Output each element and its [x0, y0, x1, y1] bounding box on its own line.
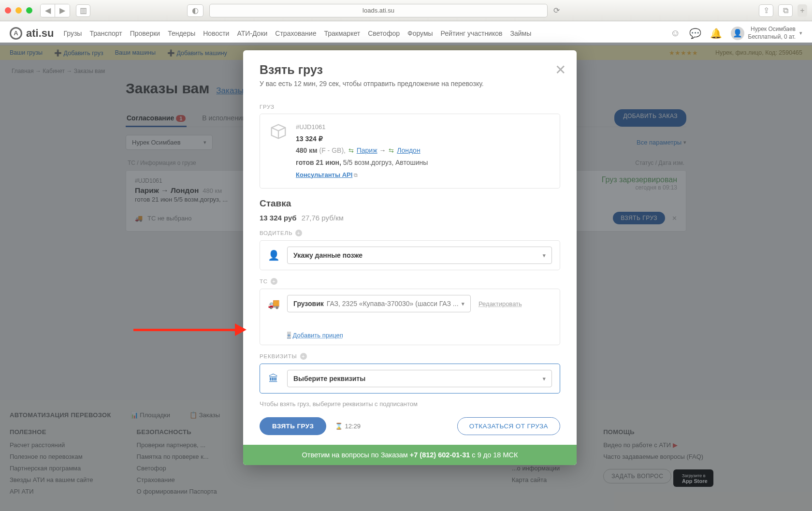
- nav-item[interactable]: Тракмаркет: [324, 29, 360, 37]
- annotation-arrow: [133, 323, 246, 336]
- avatar-icon: 👤: [731, 27, 744, 40]
- minimize-window-icon[interactable]: [15, 7, 22, 14]
- new-tab-icon[interactable]: +: [798, 4, 807, 17]
- ts-row: 🚚 ГрузовикГАЗ, 2325 «Купава-370030» (шас…: [260, 289, 560, 345]
- driver-row: 👤 Укажу данные позже▾: [260, 240, 560, 270]
- browser-toolbar: ◀ ▶ ▥ ◐ loads.ati.su ⟳ ⇪ ⧉ +: [0, 0, 812, 21]
- requisites-row: 🏛 Выберите реквизиты▾: [260, 364, 560, 394]
- nav-item[interactable]: Тендеры: [168, 29, 195, 37]
- cargo-price: 13 324 ₽: [296, 133, 428, 145]
- nav-item[interactable]: Грузы: [63, 29, 82, 37]
- rate-heading: Ставка: [260, 198, 560, 209]
- chat-icon[interactable]: 💬: [689, 28, 701, 39]
- rate-value: 13 324 руб27,76 руб/км: [260, 214, 560, 222]
- logo-icon: A: [10, 27, 22, 40]
- close-icon[interactable]: ✕: [555, 62, 566, 78]
- nav-item[interactable]: Новости: [203, 29, 229, 37]
- user-menu[interactable]: 👤 Нурек Осимбаев Бесплатный, 0 ат. ▾: [731, 26, 803, 41]
- address-bar[interactable]: loads.ati.su: [209, 4, 548, 17]
- top-nav: Грузы Транспорт Проверки Тендеры Новости…: [63, 29, 531, 37]
- requisites-select[interactable]: Выберите реквизиты▾: [287, 370, 552, 387]
- driver-select[interactable]: Укажу данные позже▾: [287, 247, 552, 264]
- take-cargo-modal: Взять груз У вас есть 12 мин, 29 сек, чт…: [243, 50, 577, 465]
- swap-icon: ⇆: [389, 147, 394, 154]
- bank-icon: 🏛: [268, 373, 279, 384]
- add-requisites-icon[interactable]: +: [300, 353, 307, 360]
- logo[interactable]: A ati.su: [10, 27, 54, 40]
- nav-item[interactable]: Форумы: [407, 29, 433, 37]
- cargo-ready-rest: 5/5 возм.догруз, Автошины: [343, 159, 428, 166]
- add-ts-icon[interactable]: +: [271, 278, 277, 285]
- person-icon: 👤: [268, 249, 279, 261]
- refresh-icon[interactable]: ⟳: [553, 6, 560, 15]
- take-cargo-button[interactable]: ВЗЯТЬ ГРУЗ: [260, 417, 326, 435]
- cargo-distance: 480 км: [296, 146, 318, 154]
- profile-icon[interactable]: ☺: [670, 28, 680, 39]
- maximize-window-icon[interactable]: [26, 7, 32, 14]
- site-header: A ati.su Грузы Транспорт Проверки Тендер…: [0, 21, 812, 45]
- countdown-timer: ⌛12:29: [335, 423, 361, 430]
- privacy-shield-icon[interactable]: ◐: [187, 4, 203, 17]
- modal-title: Взять груз: [260, 63, 560, 77]
- nav-item[interactable]: АТИ-Доки: [237, 29, 267, 37]
- decline-cargo-button[interactable]: ОТКАЗАТЬСЯ ОТ ГРУЗА: [457, 417, 560, 435]
- user-plan: Бесплатный, 0 ат.: [748, 33, 796, 41]
- nav-item[interactable]: Проверки: [130, 29, 160, 37]
- back-button[interactable]: ◀: [41, 4, 55, 17]
- hint-text: Чтобы взять груз, выберите реквизиты с п…: [260, 400, 560, 408]
- chevron-down-icon: ▾: [799, 30, 802, 36]
- notifications-icon[interactable]: 🔔: [710, 28, 722, 39]
- url-text: loads.ati.su: [362, 7, 394, 14]
- box-icon: [269, 122, 288, 141]
- section-driver-label: ВОДИТЕЛЬ+: [260, 230, 560, 236]
- cargo-summary-card: #UJD1061 13 324 ₽ 480 км (F - GB), ⇆ Пар…: [260, 114, 560, 189]
- nav-item[interactable]: Транспорт: [89, 29, 122, 37]
- close-window-icon[interactable]: [5, 7, 11, 14]
- nav-item[interactable]: Светофор: [368, 29, 400, 37]
- cargo-to-link[interactable]: Лондон: [397, 146, 420, 154]
- cargo-countries: (F - GB),: [319, 146, 346, 154]
- modal-subtitle: У вас есть 12 мин, 29 сек, чтобы отправи…: [260, 80, 560, 88]
- ts-select[interactable]: ГрузовикГАЗ, 2325 «Купава-370030» (шасси…: [287, 295, 471, 312]
- nav-item[interactable]: Займы: [510, 29, 531, 37]
- window-controls: [5, 7, 32, 14]
- edit-ts-link[interactable]: Редактировать: [478, 300, 522, 307]
- nav-item[interactable]: Рейтинг участников: [441, 29, 503, 37]
- add-trailer-link[interactable]: +Добавить прицеп: [287, 332, 343, 339]
- nav-back-forward: ◀ ▶: [40, 4, 70, 17]
- consultants-link[interactable]: Консультанты API: [296, 171, 352, 178]
- swap-icon: ⇆: [348, 147, 354, 154]
- support-phone-bar: Ответим на вопросы по Заказам +7 (812) 6…: [243, 445, 577, 465]
- sidebar-toggle-icon[interactable]: ▥: [76, 4, 90, 17]
- section-requisites-label: РЕКВИЗИТЫ+: [260, 353, 560, 360]
- section-cargo-label: ГРУЗ: [260, 104, 560, 110]
- truck-icon: 🚚: [268, 298, 279, 309]
- add-driver-icon[interactable]: +: [295, 230, 302, 236]
- forward-button[interactable]: ▶: [55, 4, 70, 17]
- cargo-ready: готов 21 июн,: [296, 159, 341, 166]
- tabs-icon[interactable]: ⧉: [778, 4, 793, 17]
- share-icon[interactable]: ⇪: [759, 4, 773, 17]
- logo-text: ati.su: [26, 27, 54, 40]
- nav-item[interactable]: Страхование: [275, 29, 316, 37]
- hourglass-icon: ⌛: [335, 423, 343, 430]
- cargo-from-link[interactable]: Париж: [357, 146, 377, 154]
- section-ts-label: ТС+: [260, 278, 560, 285]
- external-link-icon: ⧉: [354, 172, 358, 178]
- user-name: Нурек Осимбаев: [748, 26, 796, 33]
- cargo-id: #UJD1061: [296, 122, 428, 133]
